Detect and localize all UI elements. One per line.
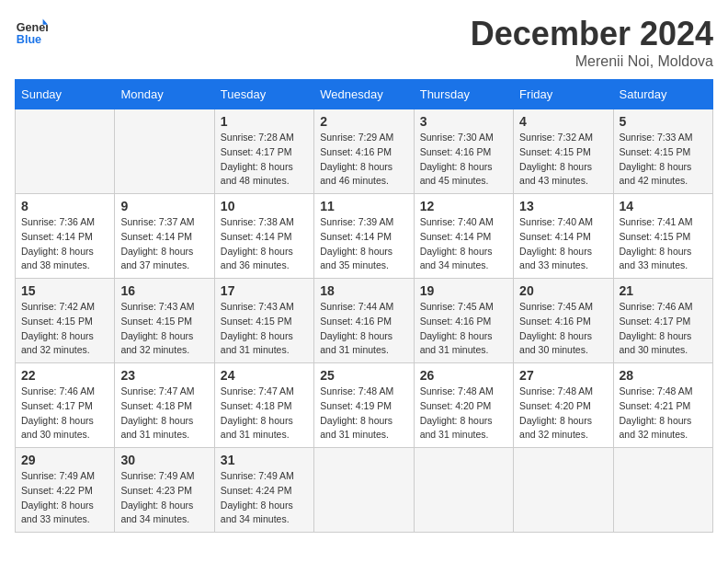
day-number: 24 (221, 368, 308, 383)
calendar-cell (613, 448, 712, 533)
day-number: 15 (21, 283, 108, 298)
day-number: 28 (620, 368, 707, 383)
day-number: 25 (320, 368, 407, 383)
calendar-cell (514, 448, 613, 533)
calendar-cell (16, 109, 115, 194)
day-info: Sunrise: 7:48 AMSunset: 4:21 PMDaylight:… (620, 385, 707, 442)
title-area: December 2024 Merenii Noi, Moldova (471, 15, 713, 70)
day-info: Sunrise: 7:33 AMSunset: 4:15 PMDaylight:… (620, 131, 707, 189)
day-number: 5 (620, 114, 707, 129)
month-title: December 2024 (471, 15, 713, 53)
calendar-table: SundayMondayTuesdayWednesdayThursdayFrid… (15, 79, 713, 533)
calendar-week-4: 22Sunrise: 7:46 AMSunset: 4:17 PMDayligh… (16, 363, 713, 448)
calendar-cell: 28Sunrise: 7:48 AMSunset: 4:21 PMDayligh… (613, 363, 712, 448)
day-number: 30 (120, 453, 208, 467)
day-number: 19 (420, 283, 507, 298)
calendar-body: 1Sunrise: 7:28 AMSunset: 4:17 PMDaylight… (16, 109, 713, 533)
day-info: Sunrise: 7:38 AMSunset: 4:14 PMDaylight:… (221, 215, 308, 273)
day-info: Sunrise: 7:45 AMSunset: 4:16 PMDaylight:… (519, 300, 607, 358)
calendar-cell: 10Sunrise: 7:38 AMSunset: 4:14 PMDayligh… (214, 194, 313, 279)
calendar-cell: 18Sunrise: 7:44 AMSunset: 4:16 PMDayligh… (314, 279, 414, 363)
header: General Blue December 2024 Merenii Noi, … (15, 15, 713, 70)
day-number: 9 (120, 199, 208, 213)
day-number: 11 (320, 199, 407, 213)
calendar-cell: 21Sunrise: 7:46 AMSunset: 4:17 PMDayligh… (613, 279, 712, 363)
day-number: 26 (420, 368, 507, 383)
calendar-cell (414, 448, 513, 533)
svg-text:Blue: Blue (17, 33, 41, 46)
day-number: 29 (21, 453, 108, 467)
calendar-cell: 1Sunrise: 7:28 AMSunset: 4:17 PMDaylight… (214, 109, 313, 194)
calendar-cell: 24Sunrise: 7:47 AMSunset: 4:18 PMDayligh… (214, 363, 313, 448)
calendar-cell: 26Sunrise: 7:48 AMSunset: 4:20 PMDayligh… (414, 363, 513, 448)
header-day-monday: Monday (115, 80, 214, 109)
calendar-week-1: 1Sunrise: 7:28 AMSunset: 4:17 PMDaylight… (16, 109, 713, 194)
calendar-cell: 8Sunrise: 7:36 AMSunset: 4:14 PMDaylight… (16, 194, 115, 279)
calendar-week-5: 29Sunrise: 7:49 AMSunset: 4:22 PMDayligh… (16, 448, 713, 533)
day-number: 13 (519, 199, 607, 213)
day-number: 4 (519, 114, 607, 129)
calendar-cell: 13Sunrise: 7:40 AMSunset: 4:14 PMDayligh… (514, 194, 613, 279)
day-number: 20 (519, 283, 607, 298)
header-day-sunday: Sunday (16, 80, 115, 109)
header-day-tuesday: Tuesday (214, 80, 313, 109)
calendar-cell: 14Sunrise: 7:41 AMSunset: 4:15 PMDayligh… (613, 194, 712, 279)
calendar-cell: 19Sunrise: 7:45 AMSunset: 4:16 PMDayligh… (414, 279, 513, 363)
day-info: Sunrise: 7:36 AMSunset: 4:14 PMDaylight:… (21, 215, 108, 273)
day-info: Sunrise: 7:37 AMSunset: 4:14 PMDaylight:… (120, 215, 208, 273)
calendar-cell: 4Sunrise: 7:32 AMSunset: 4:15 PMDaylight… (514, 109, 613, 194)
calendar-cell: 30Sunrise: 7:49 AMSunset: 4:23 PMDayligh… (115, 448, 214, 533)
day-number: 14 (620, 199, 707, 213)
day-info: Sunrise: 7:28 AMSunset: 4:17 PMDaylight:… (221, 131, 308, 189)
header-day-saturday: Saturday (613, 80, 712, 109)
day-info: Sunrise: 7:42 AMSunset: 4:15 PMDaylight:… (21, 300, 108, 358)
calendar-cell: 29Sunrise: 7:49 AMSunset: 4:22 PMDayligh… (16, 448, 115, 533)
calendar-cell: 2Sunrise: 7:29 AMSunset: 4:16 PMDaylight… (314, 109, 414, 194)
calendar-week-2: 8Sunrise: 7:36 AMSunset: 4:14 PMDaylight… (16, 194, 713, 279)
day-info: Sunrise: 7:39 AMSunset: 4:14 PMDaylight:… (320, 215, 407, 273)
day-info: Sunrise: 7:49 AMSunset: 4:24 PMDaylight:… (221, 469, 308, 527)
calendar-header-row: SundayMondayTuesdayWednesdayThursdayFrid… (16, 80, 713, 109)
day-info: Sunrise: 7:45 AMSunset: 4:16 PMDaylight:… (420, 300, 507, 358)
day-number: 3 (420, 114, 507, 129)
day-info: Sunrise: 7:40 AMSunset: 4:14 PMDaylight:… (420, 215, 507, 273)
day-number: 18 (320, 283, 407, 298)
calendar-cell: 5Sunrise: 7:33 AMSunset: 4:15 PMDaylight… (613, 109, 712, 194)
day-number: 31 (221, 453, 308, 467)
calendar-cell: 27Sunrise: 7:48 AMSunset: 4:20 PMDayligh… (514, 363, 613, 448)
calendar-cell: 22Sunrise: 7:46 AMSunset: 4:17 PMDayligh… (16, 363, 115, 448)
day-info: Sunrise: 7:49 AMSunset: 4:22 PMDaylight:… (21, 469, 108, 527)
day-info: Sunrise: 7:44 AMSunset: 4:16 PMDaylight:… (320, 300, 407, 358)
day-info: Sunrise: 7:32 AMSunset: 4:15 PMDaylight:… (519, 131, 607, 189)
calendar-cell: 25Sunrise: 7:48 AMSunset: 4:19 PMDayligh… (314, 363, 414, 448)
day-info: Sunrise: 7:30 AMSunset: 4:16 PMDaylight:… (420, 131, 507, 189)
calendar-cell: 16Sunrise: 7:43 AMSunset: 4:15 PMDayligh… (115, 279, 214, 363)
header-day-wednesday: Wednesday (314, 80, 414, 109)
calendar-cell: 15Sunrise: 7:42 AMSunset: 4:15 PMDayligh… (16, 279, 115, 363)
day-number: 17 (221, 283, 308, 298)
day-info: Sunrise: 7:41 AMSunset: 4:15 PMDaylight:… (620, 215, 707, 273)
header-day-friday: Friday (514, 80, 613, 109)
calendar-cell: 23Sunrise: 7:47 AMSunset: 4:18 PMDayligh… (115, 363, 214, 448)
day-number: 22 (21, 368, 108, 383)
calendar-cell: 31Sunrise: 7:49 AMSunset: 4:24 PMDayligh… (214, 448, 313, 533)
day-number: 2 (320, 114, 407, 129)
day-info: Sunrise: 7:46 AMSunset: 4:17 PMDaylight:… (620, 300, 707, 358)
logo-icon: General Blue (15, 15, 48, 48)
day-info: Sunrise: 7:29 AMSunset: 4:16 PMDaylight:… (320, 131, 407, 189)
day-info: Sunrise: 7:47 AMSunset: 4:18 PMDaylight:… (221, 385, 308, 442)
calendar-cell (115, 109, 214, 194)
day-info: Sunrise: 7:48 AMSunset: 4:19 PMDaylight:… (320, 385, 407, 442)
day-info: Sunrise: 7:43 AMSunset: 4:15 PMDaylight:… (120, 300, 208, 358)
day-number: 16 (120, 283, 208, 298)
day-info: Sunrise: 7:46 AMSunset: 4:17 PMDaylight:… (21, 385, 108, 442)
logo: General Blue (15, 15, 48, 48)
day-info: Sunrise: 7:47 AMSunset: 4:18 PMDaylight:… (120, 385, 208, 442)
day-number: 10 (221, 199, 308, 213)
day-number: 23 (120, 368, 208, 383)
calendar-cell: 20Sunrise: 7:45 AMSunset: 4:16 PMDayligh… (514, 279, 613, 363)
calendar-cell: 11Sunrise: 7:39 AMSunset: 4:14 PMDayligh… (314, 194, 414, 279)
day-number: 8 (21, 199, 108, 213)
day-info: Sunrise: 7:49 AMSunset: 4:23 PMDaylight:… (120, 469, 208, 527)
calendar-cell: 9Sunrise: 7:37 AMSunset: 4:14 PMDaylight… (115, 194, 214, 279)
